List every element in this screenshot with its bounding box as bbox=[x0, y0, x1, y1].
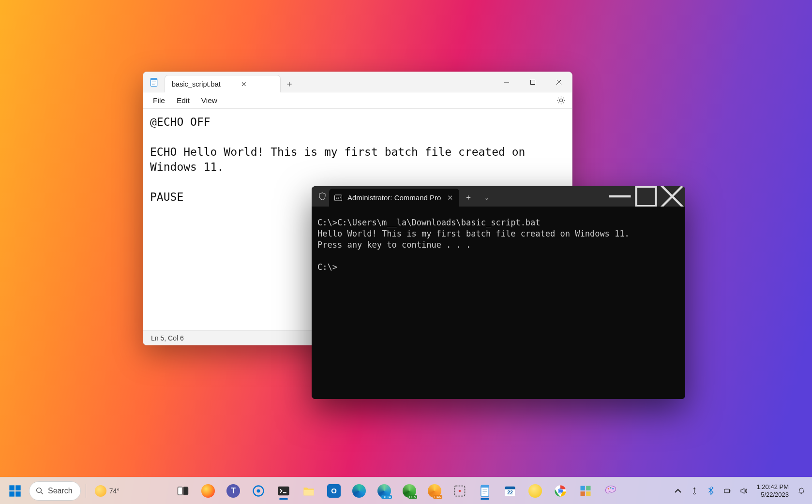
svg-rect-22 bbox=[183, 487, 188, 494]
terminal-tab-title: Administrator: Command Pro bbox=[347, 193, 441, 202]
svg-rect-42 bbox=[586, 486, 590, 490]
svg-text:c:\: c:\ bbox=[336, 196, 342, 200]
menu-edit[interactable]: Edit bbox=[171, 94, 195, 107]
menu-file[interactable]: File bbox=[147, 94, 171, 107]
shield-icon bbox=[316, 186, 329, 207]
svg-point-40 bbox=[559, 489, 562, 492]
taskbar-app-calendar[interactable]: 22 bbox=[499, 481, 521, 501]
svg-rect-41 bbox=[581, 486, 585, 490]
taskbar-app-snipping-tool[interactable] bbox=[449, 481, 471, 501]
taskbar-app-tips[interactable] bbox=[524, 481, 546, 501]
tray-volume-icon[interactable] bbox=[737, 481, 751, 501]
taskbar-clock[interactable]: 1:20:42 PM 5/22/2023 bbox=[753, 483, 793, 498]
svg-line-20 bbox=[41, 492, 43, 494]
close-button[interactable] bbox=[659, 186, 685, 207]
tab-close-icon[interactable]: ✕ bbox=[446, 193, 454, 202]
svg-rect-15 bbox=[9, 485, 14, 490]
svg-rect-6 bbox=[531, 80, 535, 84]
tab-dropdown-icon[interactable]: ⌄ bbox=[478, 189, 496, 207]
tray-bluetooth-icon[interactable] bbox=[704, 481, 718, 501]
taskbar-app-task-view[interactable] bbox=[172, 481, 194, 501]
taskbar-app-file-explorer[interactable] bbox=[298, 481, 320, 501]
tray-usb-icon[interactable] bbox=[687, 481, 702, 501]
minimize-button[interactable] bbox=[494, 72, 520, 92]
terminal-tab[interactable]: c:\ Administrator: Command Pro ✕ bbox=[329, 189, 459, 207]
taskbar-app-teams[interactable]: T bbox=[222, 481, 244, 501]
terminal-output[interactable]: C:\>C:\Users\m__la\Downloads\basic_scrip… bbox=[312, 207, 685, 399]
settings-gear-icon[interactable] bbox=[554, 93, 568, 108]
taskbar: Search 74° T O BETA DEV CAN 22 1: bbox=[0, 477, 812, 504]
taskbar-divider bbox=[86, 484, 86, 498]
clock-date: 5/22/2023 bbox=[761, 491, 789, 499]
svg-point-28 bbox=[459, 489, 461, 492]
taskbar-app-chrome[interactable] bbox=[549, 481, 571, 501]
svg-rect-12 bbox=[636, 187, 656, 207]
svg-rect-30 bbox=[481, 485, 489, 488]
minimize-button[interactable] bbox=[607, 186, 633, 207]
svg-point-47 bbox=[612, 488, 614, 489]
taskbar-app-outlook[interactable]: O bbox=[323, 481, 345, 501]
maximize-button[interactable] bbox=[520, 72, 546, 92]
new-tab-button[interactable]: ＋ bbox=[281, 75, 298, 92]
svg-rect-25 bbox=[278, 486, 289, 495]
svg-rect-16 bbox=[15, 485, 20, 490]
notepad-app-icon bbox=[143, 72, 165, 92]
taskbar-search[interactable]: Search bbox=[29, 481, 81, 501]
taskbar-app-terminal[interactable] bbox=[272, 481, 295, 501]
taskbar-app-paint[interactable] bbox=[600, 481, 622, 501]
svg-point-19 bbox=[37, 488, 42, 492]
notepad-tab-title: basic_script.bat bbox=[172, 80, 221, 88]
taskbar-app-notepad[interactable] bbox=[474, 481, 496, 501]
taskbar-app-edge-canary[interactable]: CAN bbox=[423, 481, 446, 501]
close-button[interactable] bbox=[546, 72, 572, 92]
taskbar-app-edge-dev[interactable]: DEV bbox=[398, 481, 421, 501]
notepad-titlebar[interactable]: basic_script.bat ✕ ＋ bbox=[143, 72, 572, 92]
search-label: Search bbox=[48, 487, 73, 495]
svg-rect-44 bbox=[586, 491, 590, 496]
notification-center-icon[interactable] bbox=[795, 481, 808, 501]
start-button[interactable] bbox=[4, 481, 26, 501]
notepad-menubar: File Edit View bbox=[143, 92, 572, 109]
taskbar-app-powertoys[interactable] bbox=[574, 481, 597, 501]
svg-rect-21 bbox=[178, 487, 182, 494]
clock-time: 1:20:42 PM bbox=[757, 483, 789, 491]
maximize-button[interactable] bbox=[633, 186, 659, 207]
terminal-titlebar[interactable]: c:\ Administrator: Command Pro ✕ ＋ ⌄ bbox=[312, 186, 685, 207]
weather-sun-icon bbox=[95, 485, 106, 497]
svg-point-24 bbox=[257, 489, 260, 492]
search-icon bbox=[35, 487, 44, 495]
svg-point-46 bbox=[610, 487, 612, 489]
taskbar-app-firefox[interactable] bbox=[197, 481, 219, 501]
svg-rect-48 bbox=[724, 489, 730, 493]
svg-rect-18 bbox=[15, 491, 20, 496]
tray-overflow-icon[interactable] bbox=[671, 481, 685, 501]
svg-point-45 bbox=[608, 488, 609, 489]
terminal-window: c:\ Administrator: Command Pro ✕ ＋ ⌄ C:\… bbox=[312, 186, 685, 399]
svg-rect-17 bbox=[9, 491, 14, 496]
tab-close-icon[interactable]: ✕ bbox=[240, 80, 248, 88]
weather-temp: 74° bbox=[109, 487, 120, 495]
taskbar-app-edge[interactable] bbox=[348, 481, 370, 501]
svg-rect-26 bbox=[304, 489, 314, 495]
weather-widget[interactable]: 74° bbox=[91, 481, 123, 501]
taskbar-apps: T O BETA DEV CAN 22 bbox=[123, 481, 671, 501]
svg-rect-43 bbox=[581, 491, 585, 496]
tray-network-icon[interactable] bbox=[720, 481, 735, 501]
menu-view[interactable]: View bbox=[195, 94, 223, 107]
notepad-tab[interactable]: basic_script.bat ✕ bbox=[165, 75, 281, 92]
svg-rect-1 bbox=[150, 78, 157, 80]
cmd-icon: c:\ bbox=[334, 193, 343, 202]
cursor-position: Ln 5, Col 6 bbox=[151, 334, 184, 342]
taskbar-app-edge-beta[interactable]: BETA bbox=[373, 481, 395, 501]
svg-text:22: 22 bbox=[507, 489, 513, 495]
new-tab-button[interactable]: ＋ bbox=[459, 189, 478, 207]
taskbar-app-settings[interactable] bbox=[247, 481, 270, 501]
